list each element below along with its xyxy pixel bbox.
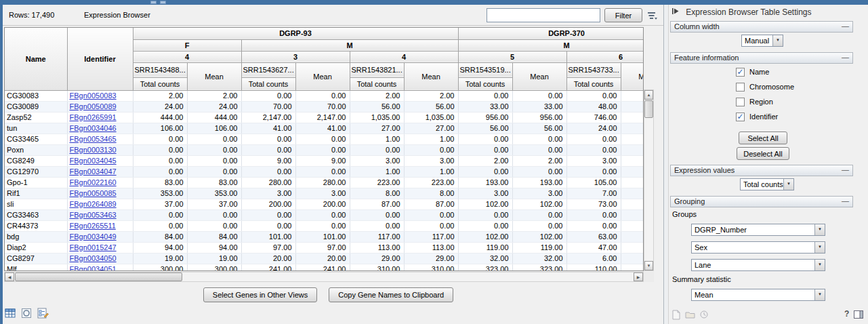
section-header-column-width[interactable]: Column width — [670, 21, 853, 33]
grouping-dropdown-sex[interactable]: Sex ▼ [691, 241, 825, 254]
vertical-scrollbar[interactable]: ▲ ▼ [644, 89, 654, 271]
identifier-link[interactable]: FBgn0050089 [70, 102, 117, 110]
select-genes-button[interactable]: Select Genes in Other Views [203, 287, 317, 302]
table-row[interactable]: CG30089FBgn005008924.0024.0070.0070.0056… [5, 101, 644, 112]
panel-toggle-icon[interactable] [854, 310, 863, 320]
lane-header[interactable]: 6 [566, 51, 644, 62]
total-counts-header[interactable]: Total counts [458, 77, 512, 90]
sample-header[interactable]: SRR1543627... [241, 62, 295, 77]
checkbox-row-identifier[interactable]: ✓Identifier [736, 112, 844, 123]
sample-header[interactable]: SRR1543519... [458, 62, 512, 77]
plot-view-icon[interactable] [21, 308, 33, 319]
total-counts-header[interactable]: Total counts [566, 77, 621, 90]
table-row[interactable]: CG8297FBgn003405019.0019.0020.0020.0029.… [5, 253, 644, 264]
dropdown-arrow-icon[interactable]: ▼ [772, 35, 783, 46]
deselect-all-button[interactable]: Deselect All [737, 147, 789, 160]
section-minimize-icon[interactable]: — [842, 52, 849, 62]
dropdown-arrow-icon[interactable]: ▼ [814, 242, 825, 253]
grouping-dropdown-lane[interactable]: Lane ▼ [691, 259, 825, 271]
dropdown-arrow-icon[interactable]: ▼ [814, 289, 825, 300]
select-all-button[interactable]: Select All [739, 131, 787, 144]
table-row[interactable]: MlfFBgn0034051300.00300.00241.00241.0031… [5, 264, 644, 271]
identifier-link[interactable]: FBgn0264089 [70, 200, 117, 208]
lane-header[interactable]: 5 [458, 51, 566, 62]
identifier-link[interactable]: FBgn0050085 [70, 189, 117, 197]
table-row[interactable]: Zasp52FBgn0265991444.00444.002,147.002,1… [5, 112, 644, 123]
identifier-link[interactable]: FBgn0053465 [70, 135, 117, 143]
scroll-right-button[interactable]: ▶ [634, 272, 643, 281]
checkbox-identifier[interactable]: ✓ [736, 113, 745, 121]
dropdown-arrow-icon[interactable]: ▼ [783, 179, 793, 190]
identifier-link[interactable]: FBgn0022160 [70, 178, 117, 186]
section-minimize-icon[interactable]: — [842, 165, 849, 175]
identifier-link[interactable]: FBgn0265991 [70, 113, 117, 121]
vertical-scroll-thumb[interactable] [644, 100, 653, 118]
identifier-link[interactable]: FBgn0265511 [70, 222, 116, 230]
section-header-grouping[interactable]: Grouping — [670, 196, 853, 207]
sample-header[interactable]: SRR1543733... [566, 62, 621, 77]
column-header-identifier[interactable]: Identifier [67, 28, 133, 90]
dropdown-arrow-icon[interactable]: ▼ [814, 260, 825, 270]
panel-collapse-icon[interactable] [672, 7, 680, 17]
identifier-link[interactable]: FBgn0034049 [70, 232, 117, 241]
section-header-feature-information[interactable]: Feature information — [670, 52, 853, 64]
identifier-link[interactable]: FBgn0034051 [70, 265, 117, 272]
table-row[interactable]: tunFBgn0034046106.00106.0041.0041.0027.0… [5, 123, 644, 134]
horizontal-scroll-thumb[interactable] [15, 272, 182, 281]
sex-header-f[interactable]: F [133, 39, 241, 51]
identifier-link[interactable]: FBgn0015247 [70, 243, 117, 251]
horizontal-scrollbar[interactable]: ◀ ▶ [4, 272, 644, 282]
identifier-link[interactable]: FBgn0034045 [70, 157, 117, 165]
mean-column-header[interactable]: Mean [187, 62, 241, 90]
filter-button[interactable]: Filter [604, 8, 642, 22]
table-row[interactable]: Rif1FBgn0050085353.00353.003.003.008.008… [5, 188, 644, 199]
section-minimize-icon[interactable]: — [842, 21, 849, 31]
group-header-dgrp-93[interactable]: DGRP-93 [133, 28, 458, 39]
identifier-link[interactable]: FBgn0034046 [70, 124, 117, 132]
scroll-down-button[interactable]: ▼ [644, 261, 653, 270]
help-icon[interactable]: ? [844, 309, 849, 319]
mean-column-header[interactable]: Mean [621, 62, 644, 90]
sex-header-m[interactable]: M [241, 39, 458, 51]
section-minimize-icon[interactable]: — [842, 196, 849, 206]
identifier-link[interactable]: FBgn0003130 [70, 146, 117, 154]
checkbox-chromosome[interactable] [736, 83, 745, 92]
lane-header[interactable]: 4 [133, 51, 241, 62]
scroll-up-button[interactable]: ▲ [644, 90, 653, 100]
scroll-left-button[interactable]: ◀ [5, 272, 14, 281]
group-header-dgrp-370[interactable]: DGRP-370 [458, 28, 644, 39]
filter-options-icon[interactable] [646, 10, 658, 22]
section-header-expression-values[interactable]: Expression values — [670, 165, 853, 176]
table-row[interactable]: Diap2FBgn001524794.0094.0097.0097.00113.… [5, 242, 644, 253]
table-row[interactable]: Gpo-1FBgn002216083.0083.00280.00280.0022… [5, 177, 644, 188]
table-row[interactable]: CG12970FBgn00340470.000.000.000.001.001.… [5, 166, 644, 177]
table-row[interactable]: CG30083FBgn00500832.002.000.000.002.002.… [5, 90, 644, 101]
table-row[interactable]: PoxnFBgn00031300.000.000.000.000.000.000… [5, 144, 644, 155]
checkbox-name[interactable]: ✓ [736, 68, 745, 77]
copy-gene-names-button[interactable]: Copy Gene Names to Clipboard [329, 287, 453, 302]
checkbox-row-name[interactable]: ✓Name [736, 67, 844, 78]
summary-statistic-dropdown[interactable]: Mean ▼ [691, 289, 825, 301]
table-row[interactable]: bdgFBgn003404984.0084.00101.00101.00117.… [5, 231, 644, 242]
expression-values-dropdown[interactable]: Total counts ▼ [740, 178, 794, 190]
filter-input[interactable] [487, 8, 600, 22]
dropdown-arrow-icon[interactable]: ▼ [814, 224, 825, 235]
table-row[interactable]: CR44373FBgn02655110.000.000.000.000.000.… [5, 220, 644, 231]
identifier-link[interactable]: FBgn0034050 [70, 254, 117, 262]
identifier-link[interactable]: FBgn0053463 [70, 211, 117, 219]
identifier-link[interactable]: FBgn0034047 [70, 167, 117, 176]
sex-header-m[interactable]: M [458, 39, 644, 51]
sample-header[interactable]: SRR1543488... [133, 62, 187, 77]
total-counts-header[interactable]: Total counts [241, 77, 295, 90]
edit-table-view-icon[interactable] [37, 308, 49, 319]
table-row[interactable]: CG8249FBgn00340450.000.009.009.003.003.0… [5, 155, 644, 166]
mean-column-header[interactable]: Mean [295, 62, 350, 90]
mean-column-header[interactable]: Mean [512, 62, 566, 90]
grouping-dropdown-dgrp-number[interactable]: DGRP_Number ▼ [691, 224, 825, 236]
checkbox-row-region[interactable]: Region [736, 97, 844, 108]
total-counts-header[interactable]: Total counts [350, 77, 404, 90]
table-view-icon[interactable] [5, 308, 16, 319]
table-row[interactable]: CG33463FBgn00534630.000.000.000.000.000.… [5, 209, 644, 220]
lane-header[interactable]: 4 [350, 51, 458, 62]
identifier-link[interactable]: FBgn0050083 [70, 92, 117, 100]
